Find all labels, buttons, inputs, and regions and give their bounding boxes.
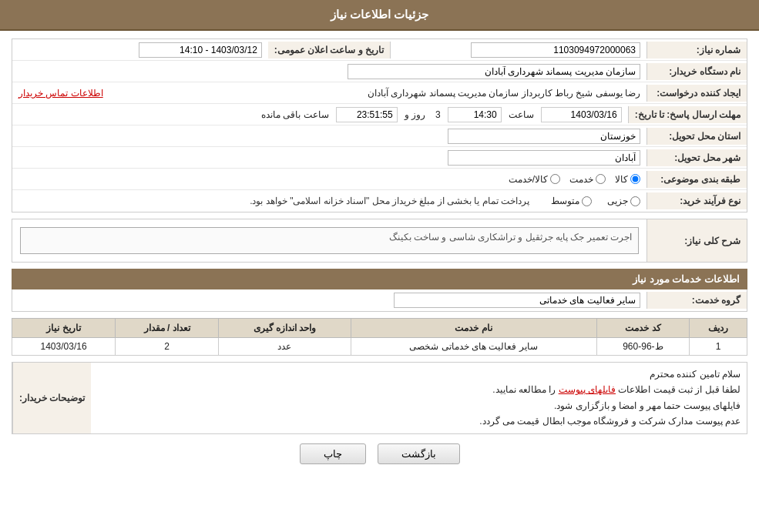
- province-label: استان محل تحویل:: [646, 128, 747, 145]
- reply-date-input[interactable]: [541, 107, 622, 122]
- need-number-label: شماره نیاز:: [646, 42, 747, 59]
- col-name: نام خدمت: [351, 319, 596, 338]
- buyer-note-line-2: لطفا قبل از ثبت قیمت اطلاعات فایلهای پیو…: [97, 382, 741, 397]
- category-option-service: خدمت: [569, 174, 606, 185]
- service-group-value: [12, 290, 646, 310]
- need-number-value: [391, 40, 646, 60]
- ptype-radio-medium[interactable]: [582, 196, 592, 206]
- creator-value: رضا یوسفی شیخ رباط کاربرداز سازمان مدیری…: [12, 85, 646, 101]
- col-qty: تعداد / مقدار: [116, 319, 219, 338]
- buyer-notes-text: سلام تامین کننده محترم لطفا قبل از ثبت ق…: [91, 363, 747, 433]
- row-city: شهر محل تحویل:: [12, 147, 747, 169]
- description-content: اجرت تعمیر جک پایه جرثقیل و تراشکاری شاس…: [12, 219, 646, 262]
- reply-time-label: ساعت: [505, 109, 537, 120]
- buttons-row: بازگشت چاپ: [12, 434, 747, 470]
- buyer-note-line-1: سلام تامین کننده محترم: [97, 366, 741, 382]
- announce-date-value: [12, 40, 268, 60]
- creator-text: رضا یوسفی شیخ رباط کاربرداز سازمان مدیری…: [115, 88, 640, 99]
- services-section-title: اطلاعات خدمات مورد نیاز: [12, 269, 747, 289]
- city-value: [12, 148, 646, 168]
- reply-deadline-label: مهلت ارسال پاسخ: تا تاریخ:: [628, 106, 747, 123]
- service-group-label: گروه خدمت:: [646, 292, 747, 309]
- remaining-days-label: روز و: [401, 109, 428, 120]
- category-label: طبقه بندی موضوعی:: [646, 171, 747, 188]
- announce-date-label: تاریخ و ساعت اعلان عمومی:: [268, 42, 391, 59]
- category-label-service: خدمت: [569, 174, 593, 185]
- page-wrapper: جزئیات اطلاعات نیاز شماره نیاز: تاریخ و …: [0, 0, 759, 532]
- purchase-type-note: پرداخت تمام یا بخشی از مبلغ خریداز محل "…: [18, 196, 529, 206]
- ptype-radio-partial[interactable]: [630, 196, 640, 206]
- cell-date-1: 1403/03/16: [12, 338, 116, 356]
- reply-time-input[interactable]: [448, 107, 502, 122]
- print-button[interactable]: چاپ: [300, 443, 366, 464]
- row-creator: ایجاد کننده درخواست: رضا یوسفی شیخ رباط …: [12, 82, 747, 104]
- category-label-both: کالا/خدمت: [509, 174, 548, 185]
- cell-name-1: سایر فعالیت های خدماتی شخصی: [351, 338, 596, 356]
- table-body: 1 ط-96-960 سایر فعالیت های خدماتی شخصی ع…: [12, 338, 747, 356]
- attachment-link[interactable]: فایلهای پیوست: [559, 384, 616, 395]
- buyer-notes-block: سلام تامین کننده محترم لطفا قبل از ثبت ق…: [12, 362, 747, 434]
- purchase-type-partial: جزیی: [607, 196, 640, 206]
- remaining-days-value: 3: [432, 109, 444, 120]
- city-label: شهر محل تحویل:: [646, 149, 747, 166]
- category-option-goods: کالا: [615, 174, 640, 185]
- page-title: جزئیات اطلاعات نیاز: [331, 8, 428, 21]
- table-head: ردیف کد خدمت نام خدمت واحد اندازه گیری ت…: [12, 319, 747, 338]
- cell-qty-1: 2: [116, 338, 219, 356]
- contact-info-link[interactable]: اطلاعات تماس خریدار: [18, 88, 103, 99]
- row-category: طبقه بندی موضوعی: کالا خدمت کالا/خدمت: [12, 169, 747, 190]
- remaining-time-label: ساعت باقی مانده: [258, 109, 332, 120]
- col-code: کد خدمت: [596, 319, 690, 338]
- category-radio-service[interactable]: [596, 174, 606, 184]
- back-button[interactable]: بازگشت: [378, 443, 460, 464]
- remaining-time-input[interactable]: [336, 107, 398, 122]
- buyer-org-value: [12, 62, 646, 82]
- row-purchase-type: نوع فرآیند خرید: جزیی متوسط پرداخت تمام …: [12, 190, 747, 212]
- purchase-type-label: نوع فرآیند خرید:: [646, 192, 747, 209]
- col-row: ردیف: [690, 319, 747, 338]
- announce-date-input[interactable]: [139, 42, 262, 58]
- ptype-label-partial: جزیی: [607, 196, 628, 206]
- cell-row-1: 1: [690, 338, 747, 356]
- info-block: شماره نیاز: تاریخ و ساعت اعلان عمومی: نا…: [12, 38, 747, 212]
- buyer-notes-label: توضیحات خریدار:: [12, 363, 91, 433]
- description-text: اجرت تعمیر جک پایه جرثقیل و تراشکاری شاس…: [389, 232, 632, 243]
- description-box: اجرت تعمیر جک پایه جرثقیل و تراشکاری شاس…: [20, 227, 639, 254]
- need-number-input[interactable]: [471, 42, 640, 58]
- service-group-input[interactable]: [394, 293, 640, 308]
- description-section: شرح کلی نیاز: اجرت تعمیر جک پایه جرثقیل …: [12, 219, 747, 263]
- buyer-note-line-3: فایلهای پیوست حتما مهر و امضا و بازگزاری…: [97, 398, 741, 413]
- category-radio-goods[interactable]: [630, 174, 640, 184]
- cell-unit-1: عدد: [219, 338, 351, 356]
- creator-label: ایجاد کننده درخواست:: [646, 85, 747, 102]
- category-option-both: کالا/خدمت: [509, 174, 560, 185]
- buyer-org-input[interactable]: [348, 64, 640, 79]
- service-group-block: گروه خدمت:: [12, 289, 747, 312]
- category-radio-both[interactable]: [550, 174, 560, 184]
- ptype-label-medium: متوسط: [551, 196, 579, 206]
- page-header: جزئیات اطلاعات نیاز: [0, 0, 759, 31]
- buyer-note-line-4: عدم پیوست مدارک شرکت و فروشگاه موجب ابطا…: [97, 413, 741, 429]
- row-reply-deadline: مهلت ارسال پاسخ: تا تاریخ: ساعت 3 روز و …: [12, 104, 747, 125]
- buyer-org-label: نام دستگاه خریدار:: [646, 63, 747, 80]
- services-table: ردیف کد خدمت نام خدمت واحد اندازه گیری ت…: [12, 318, 747, 356]
- row-need-number: شماره نیاز: تاریخ و ساعت اعلان عمومی:: [12, 39, 747, 61]
- main-content: شماره نیاز: تاریخ و ساعت اعلان عمومی: نا…: [0, 31, 759, 478]
- col-date: تاریخ نیاز: [12, 319, 116, 338]
- province-input[interactable]: [448, 129, 640, 144]
- row-buyer-org: نام دستگاه خریدار:: [12, 61, 747, 82]
- reply-deadline-values: ساعت 3 روز و ساعت باقی مانده: [12, 105, 628, 125]
- category-label-goods: کالا: [615, 174, 628, 185]
- col-unit: واحد اندازه گیری: [219, 319, 351, 338]
- table-row: 1 ط-96-960 سایر فعالیت های خدماتی شخصی ع…: [12, 338, 747, 356]
- description-label: شرح کلی نیاز:: [646, 219, 747, 262]
- row-province: استان محل تحویل:: [12, 125, 747, 147]
- cell-code-1: ط-96-960: [596, 338, 690, 356]
- purchase-type-value: جزیی متوسط پرداخت تمام یا بخشی از مبلغ خ…: [12, 193, 646, 209]
- province-value: [12, 126, 646, 146]
- services-table-wrapper: ردیف کد خدمت نام خدمت واحد اندازه گیری ت…: [12, 318, 747, 356]
- purchase-type-medium: متوسط: [551, 196, 592, 206]
- category-radio-group: کالا خدمت کالا/خدمت: [502, 172, 646, 187]
- row-service-group: گروه خدمت:: [12, 289, 747, 311]
- city-input[interactable]: [448, 150, 640, 166]
